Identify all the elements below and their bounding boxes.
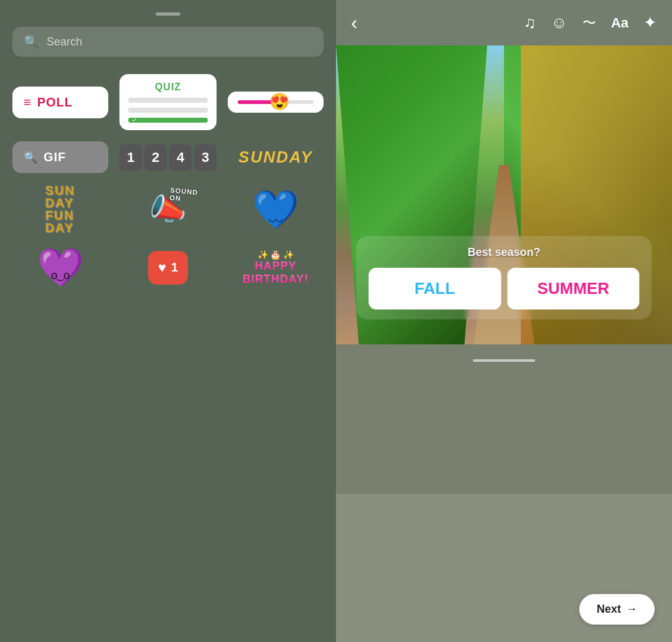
sticker-poll[interactable]: ≡ POLL [12,74,108,130]
purple-heart-icon: 💜 [37,247,84,288]
poll-options: FALL SUMMER [368,268,639,309]
sfd-line-4: DAY [45,222,75,234]
text-tool-button[interactable]: Aa [611,15,628,31]
blue-heart-face: ◡◡ [269,214,282,223]
poll-option-fall[interactable]: FALL [368,268,501,309]
sticker-purple-heart[interactable]: 💜 ʘ‿ʘ [12,245,108,290]
sticker-panel: 🔍 ≡ POLL QUIZ 😍 [0,0,336,642]
purple-heart-face: ʘ‿ʘ [51,271,70,281]
next-button[interactable]: Next → [579,594,655,625]
sticker-quiz[interactable]: QUIZ [119,74,217,130]
progress-bar [473,359,535,362]
countdown-digits: 1 2 4 3 [119,144,217,171]
poll-label: POLL [37,95,73,110]
digit-2: 2 [144,144,167,171]
sticker-sunday-funday[interactable]: SUN DAY FUN DAY [12,184,108,234]
birthday-text-wrap: ✨ 🎂 ✨ HAPPY BIRTHDAY! [243,250,309,286]
story-image-area: Best season? FALL SUMMER [336,45,672,642]
birthday-line2: BIRTHDAY! [243,273,309,286]
birthday-line1: HAPPY [243,260,309,273]
sticker-emoji-slider[interactable]: 😍 [228,74,324,130]
sfd-line-2: DAY [45,197,75,209]
gif-search-icon: 🔍 [24,151,37,164]
sticker-sound-on[interactable]: 📣 SOUNDON [119,184,217,234]
poll-icon: ≡ [24,95,31,110]
drag-handle[interactable] [156,12,180,16]
face-icon[interactable]: ☺ [551,13,567,32]
sunday-text: SUNDAY [238,148,313,167]
sound-on-text: SOUNDON [169,186,198,204]
back-button[interactable]: ‹ [351,11,358,34]
sticker-sunday[interactable]: SUNDAY [228,141,324,173]
poll-widget[interactable]: Best season? FALL SUMMER [356,236,651,319]
like-heart-icon: ♥ [158,260,166,276]
digit-1: 1 [119,144,142,171]
next-arrow-icon: → [626,603,637,616]
bottom-area [336,344,672,494]
quiz-line-2 [128,108,208,113]
blue-heart-icon: 💙 [253,189,299,230]
digit-4: 3 [194,144,217,171]
sticker-blue-heart[interactable]: 💙 ◡◡ [228,184,324,234]
sunday-funday-text: SUN DAY FUN DAY [45,184,75,234]
search-bar[interactable]: 🔍 [12,27,324,57]
sfd-line-1: SUN [45,184,75,197]
gif-label: GIF [44,150,66,164]
layout-icon[interactable]: ✦ [643,13,657,32]
blue-heart-wrap: 💙 ◡◡ [253,187,299,232]
purple-heart-wrap: 💜 ʘ‿ʘ [37,245,84,290]
sfd-line-3: FUN [45,209,75,222]
search-icon: 🔍 [24,34,39,49]
sticker-countdown[interactable]: 1 2 4 3 [119,141,217,173]
toolbar: ‹ ♫ ☺ 〜 Aa ✦ [336,0,672,45]
draw-icon[interactable]: 〜 [582,14,596,32]
birthday-decor-top: ✨ 🎂 ✨ [243,250,309,260]
poll-question: Best season? [368,246,639,259]
poll-option-summer[interactable]: SUMMER [507,268,640,309]
like-wrap: ♥ 1 [148,251,188,285]
right-panel: ‹ ♫ ☺ 〜 Aa ✦ Best season? [336,0,672,642]
next-button-label: Next [597,603,621,616]
sticker-gif[interactable]: 🔍 GIF [12,141,108,173]
search-input[interactable] [47,35,312,49]
quiz-line-1 [128,98,208,103]
sound-on-wrap: 📣 SOUNDON [143,187,193,231]
music-icon[interactable]: ♫ [524,13,536,32]
story-editor: ‹ ♫ ☺ 〜 Aa ✦ Best season? [336,0,672,642]
sticker-grid: ≡ POLL QUIZ 😍 🔍 GIF [12,74,324,290]
slider-track: 😍 [238,100,314,104]
sticker-birthday[interactable]: ✨ 🎂 ✨ HAPPY BIRTHDAY! [228,245,324,290]
slider-emoji: 😍 [269,92,289,111]
quiz-title: QUIZ [128,82,208,93]
story-image: Best season? FALL SUMMER [336,45,672,344]
like-count: 1 [171,260,178,275]
sticker-like[interactable]: ♥ 1 [119,245,217,290]
quiz-line-correct [128,118,208,123]
digit-3: 4 [169,144,192,171]
